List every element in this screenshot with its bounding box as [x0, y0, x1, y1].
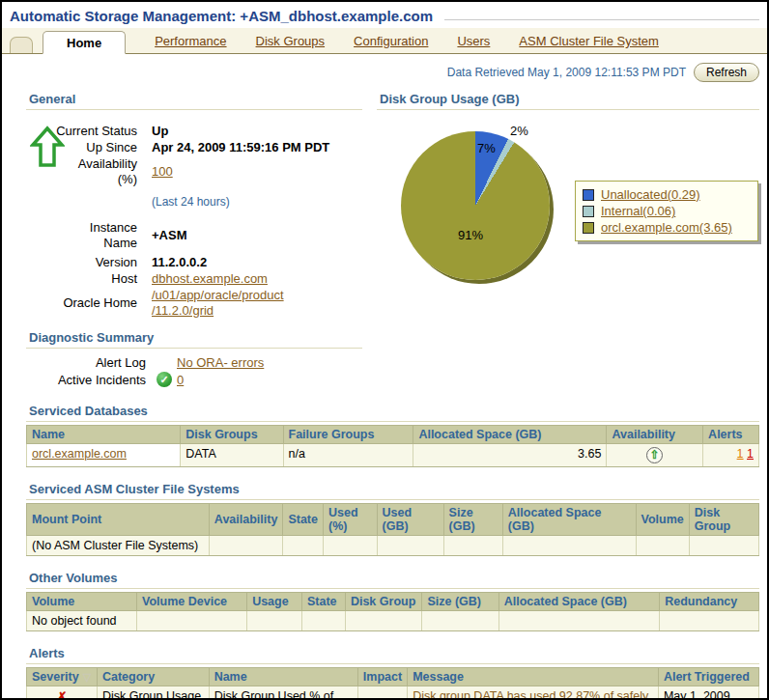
col-state: State: [301, 593, 345, 611]
col-volume: Volume: [27, 593, 137, 611]
empty-message-cell: (No ASM Cluster File Systems): [27, 536, 210, 556]
col-category: Category: [97, 668, 209, 686]
tab-users[interactable]: Users: [457, 34, 490, 48]
col-severity[interactable]: Severity▽: [27, 668, 98, 686]
field-host: Host dbhost.example.com: [26, 271, 362, 287]
col-disk-group: Disk Group: [689, 504, 758, 536]
table-header-row: Volume Volume Device Usage State Disk Gr…: [27, 593, 759, 611]
field-version: Version 11.2.0.0.2: [26, 255, 362, 270]
general-body: Current Status Up Up Since Apr 24, 2009 …: [26, 110, 362, 319]
asm-home-page: Automatic Storage Management: +ASM_dbhos…: [0, 0, 769, 700]
general-heading: General: [26, 92, 362, 110]
impact-cell: [357, 686, 407, 700]
refresh-area: Data Retrieved May 1, 2009 12:11:53 PM P…: [10, 63, 759, 82]
alert-row: ✗ Disk Group Usage Disk Group Used % of …: [27, 686, 759, 700]
diagnostic-summary-heading: Diagnostic Summary: [26, 330, 362, 349]
field-label: Alert Log: [26, 355, 152, 370]
category-cell: Disk Group Usage: [97, 686, 209, 700]
col-name: Name: [209, 668, 357, 686]
empty-row: (No ASM Cluster File Systems): [27, 536, 759, 556]
other-volumes-table: Volume Volume Device Usage State Disk Gr…: [26, 592, 759, 631]
table-header-row: Name Disk Groups Failure Groups Allocate…: [27, 426, 759, 444]
alert-message-link[interactable]: Disk group DATA has used 92.87% of safel…: [413, 689, 648, 700]
availability-period-note: (Last 24 hours): [152, 194, 362, 210]
table-header-row: Mount Point Availability State Used (%) …: [27, 504, 759, 536]
col-allocated-space: Allocated Space (GB): [502, 504, 636, 536]
field-current-status: Current Status Up: [26, 124, 362, 139]
col-allocated-space: Allocated Space (GB): [498, 593, 659, 611]
top-columns: General Current Status Up Up Since Apr 2…: [10, 92, 759, 389]
field-label: Active Incidents: [26, 373, 152, 387]
database-link[interactable]: orcl.example.com: [32, 447, 127, 461]
col-redundancy: Redundancy: [660, 593, 759, 611]
col-volume-device: Volume Device: [137, 593, 247, 611]
sort-descending-icon: ▽: [83, 671, 91, 683]
empty-message-cell: No object found: [27, 611, 137, 631]
field-label: Version: [26, 255, 152, 270]
failure-groups-cell: n/a: [283, 444, 413, 467]
availability-link[interactable]: 100: [152, 164, 173, 179]
host-link[interactable]: dbhost.example.com: [152, 271, 268, 286]
alerts-heading: Alerts: [26, 646, 759, 664]
field-label: Host: [26, 271, 152, 287]
warning-alerts-link[interactable]: 1: [737, 447, 744, 461]
col-availability: Availability: [607, 426, 703, 444]
tab-disk-groups[interactable]: Disk Groups: [256, 34, 326, 48]
acfs-section: Serviced ASM Cluster File Systems Mount …: [10, 482, 759, 556]
refresh-button[interactable]: Refresh: [694, 63, 759, 82]
table-row: orcl.example.com DATA n/a 3.65 ⇧ 1 1: [27, 444, 759, 467]
pie-label-orcl: 91%: [458, 228, 483, 242]
tab-performance[interactable]: Performance: [155, 34, 226, 48]
other-volumes-section: Other Volumes Volume Volume Device Usage…: [10, 571, 759, 631]
col-failure-groups: Failure Groups: [283, 426, 413, 444]
critical-alerts-link[interactable]: 1: [747, 447, 754, 461]
col-name: Name: [27, 426, 181, 444]
col-disk-groups: Disk Groups: [181, 426, 283, 444]
legend-swatch-unallocated: [583, 189, 594, 201]
disk-groups-cell: DATA: [181, 444, 283, 467]
data-retrieved-timestamp: Data Retrieved May 1, 2009 12:11:53 PM P…: [447, 66, 686, 79]
up-since-value: Apr 24, 2009 11:59:16 PM PDT: [152, 140, 362, 155]
legend-swatch-internal: [583, 206, 594, 217]
serviced-databases-heading: Serviced Databases: [26, 404, 759, 422]
legend-link-orcl[interactable]: orcl.example.com(3.65): [601, 219, 732, 236]
field-active-incidents: Active Incidents ✓ 0: [26, 372, 362, 387]
pie-label-unallocated: 7%: [477, 141, 496, 155]
diagnostic-summary-section: Diagnostic Summary Alert Log No ORA- err…: [26, 330, 362, 387]
tab-asm-cluster-file-system[interactable]: ASM Cluster File System: [519, 34, 658, 48]
tab-bar: Home Performance Disk Groups Configurati…: [2, 28, 767, 54]
oracle-home-link[interactable]: /u01/app/oracle/product /11.2.0/grid: [152, 288, 284, 318]
availability-up-icon: ⇧: [646, 447, 663, 463]
acfs-table: Mount Point Availability State Used (%) …: [26, 503, 759, 556]
col-mount-point: Mount Point: [27, 504, 210, 536]
tab-home[interactable]: Home: [43, 31, 126, 54]
disk-group-usage-column: Disk Group Usage (GB) 7% 2% 91% Unalloca…: [377, 92, 759, 389]
page-header: Automatic Storage Management: +ASM_dbhos…: [2, 2, 767, 25]
serviced-databases-section: Serviced Databases Name Disk Groups Fail…: [10, 404, 759, 467]
alert-triggered-cell: May 1, 2009 12:08:01 PM: [658, 686, 758, 700]
active-incidents-link[interactable]: 0: [177, 373, 184, 387]
empty-row: No object found: [27, 611, 759, 631]
legend-link-internal[interactable]: Internal(0.06): [601, 203, 675, 219]
disk-group-usage-heading: Disk Group Usage (GB): [377, 92, 759, 110]
legend-link-unallocated[interactable]: Unallocated(0.29): [601, 186, 700, 203]
col-alerts: Alerts: [703, 426, 759, 444]
col-state: State: [283, 504, 324, 536]
col-size-gb: Size (GB): [422, 593, 498, 611]
alert-log-link[interactable]: No ORA- errors: [177, 355, 264, 370]
legend-item-unallocated: Unallocated(0.29): [583, 186, 751, 203]
alerts-section: Alerts Severity▽ Category Name Impact Me…: [10, 646, 759, 700]
current-status-value: Up: [152, 124, 362, 139]
field-label: Instance Name: [26, 220, 152, 251]
critical-severity-icon: ✗: [57, 689, 68, 700]
col-impact: Impact: [357, 668, 407, 686]
chart-legend: Unallocated(0.29) Internal(0.06) orcl.ex…: [575, 181, 758, 241]
allocated-space-cell: 3.65: [413, 444, 607, 467]
tab-configuration[interactable]: Configuration: [354, 34, 428, 48]
col-size-gb: Size (GB): [443, 504, 502, 536]
page-content: Data Retrieved May 1, 2009 12:11:53 PM P…: [2, 63, 767, 700]
field-oracle-home: Oracle Home /u01/app/oracle/product /11.…: [26, 288, 362, 319]
col-allocated-space: Allocated Space (GB): [413, 426, 607, 444]
field-instance-name: Instance Name +ASM: [26, 220, 362, 251]
serviced-databases-table: Name Disk Groups Failure Groups Allocate…: [26, 425, 759, 467]
